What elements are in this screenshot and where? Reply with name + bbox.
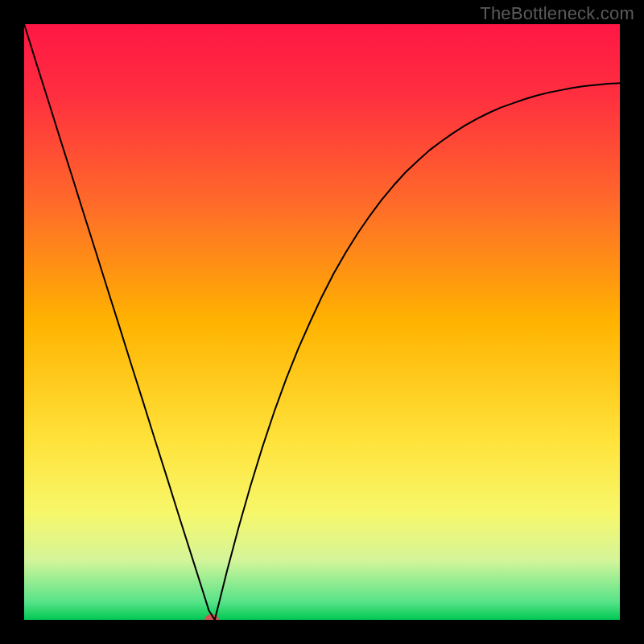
watermark-text: TheBottleneck.com (480, 3, 634, 24)
chart-svg (24, 24, 620, 620)
plot-area (24, 24, 620, 620)
gradient-background (24, 24, 620, 620)
chart-frame: TheBottleneck.com (0, 0, 644, 644)
